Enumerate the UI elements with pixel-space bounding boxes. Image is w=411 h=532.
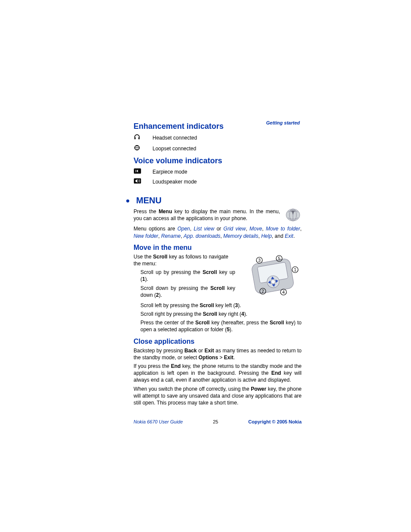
- link-list-view[interactable]: List view: [194, 226, 215, 232]
- indicator-row: Loudspeaker mode: [134, 178, 302, 186]
- link-exit[interactable]: Exit: [285, 233, 293, 239]
- svg-rect-1: [138, 137, 140, 140]
- svg-point-3: [137, 147, 138, 149]
- link-memory-details[interactable]: Memory details: [223, 233, 258, 239]
- link-help[interactable]: Help: [261, 233, 272, 239]
- scroll-step: Scroll up by pressing the Scroll key up …: [134, 269, 235, 283]
- loudspeaker-icon: [134, 178, 153, 186]
- menu-heading: MENU: [136, 196, 162, 205]
- menu-globe-image: [284, 206, 302, 224]
- link-move-to-folder[interactable]: Move to folder: [266, 226, 300, 232]
- close-p1: Backstep by pressing Back or Exit as man…: [134, 347, 302, 361]
- footer-copyright: Copyright © 2005 Nokia: [248, 419, 302, 424]
- svg-text:2: 2: [262, 289, 264, 294]
- svg-text:5: 5: [278, 256, 280, 261]
- move-heading: Move in the menu: [134, 244, 302, 252]
- indicator-row: Earpiece mode: [134, 168, 302, 176]
- svg-text:4: 4: [282, 290, 285, 295]
- earpiece-icon: [134, 168, 153, 176]
- link-open[interactable]: Open: [177, 226, 190, 232]
- link-rename[interactable]: Rename: [161, 233, 181, 239]
- indicator-row: Headset connected: [134, 134, 302, 142]
- loopset-icon: [134, 144, 153, 153]
- close-p2: If you press the End key, the phone retu…: [134, 363, 302, 384]
- svg-rect-0: [134, 137, 136, 140]
- link-new-folder[interactable]: New folder: [134, 233, 158, 239]
- indicator-label: Headset connected: [153, 135, 197, 141]
- link-move[interactable]: Move: [249, 226, 262, 232]
- voice-heading: Voice volume indicators: [134, 156, 302, 165]
- link-grid-view[interactable]: Grid view: [224, 226, 246, 232]
- headset-icon: [134, 134, 153, 142]
- svg-text:3: 3: [258, 258, 261, 263]
- indicator-row: Loopset connected: [134, 144, 302, 153]
- indicator-label: Loopset connected: [153, 146, 196, 152]
- scroll-key-image: 1 2 3 4 5: [246, 252, 302, 296]
- close-heading: Close applications: [134, 338, 302, 345]
- link-app-downloads[interactable]: App. downloads: [184, 233, 220, 239]
- scroll-step: Scroll down by pressing the Scroll key d…: [134, 285, 235, 299]
- menu-options-text: Menu options are Open, List view or Grid…: [134, 225, 302, 239]
- move-intro: Use the Scroll key as follows to navigat…: [134, 253, 228, 267]
- indicator-label: Loudspeaker mode: [153, 179, 197, 185]
- scroll-step: Scroll left by pressing the Scroll key l…: [134, 302, 302, 309]
- svg-text:1: 1: [294, 268, 296, 272]
- menu-intro-text: Press the Menu key to display the main m…: [134, 208, 302, 222]
- page-footer: Nokia 6670 User Guide 25 Copyright © 200…: [134, 419, 302, 424]
- footer-page-number: 25: [183, 419, 248, 424]
- scroll-step: Scroll right by pressing the Scroll key …: [134, 311, 302, 317]
- indicator-label: Earpiece mode: [153, 169, 187, 175]
- close-p3: When you switch the phone off correctly,…: [134, 386, 302, 407]
- header-section-link[interactable]: Getting started: [266, 120, 300, 125]
- scroll-center-step: Press the center of the Scroll key (here…: [134, 319, 302, 333]
- footer-guide-link[interactable]: Nokia 6670 User Guide: [134, 419, 183, 424]
